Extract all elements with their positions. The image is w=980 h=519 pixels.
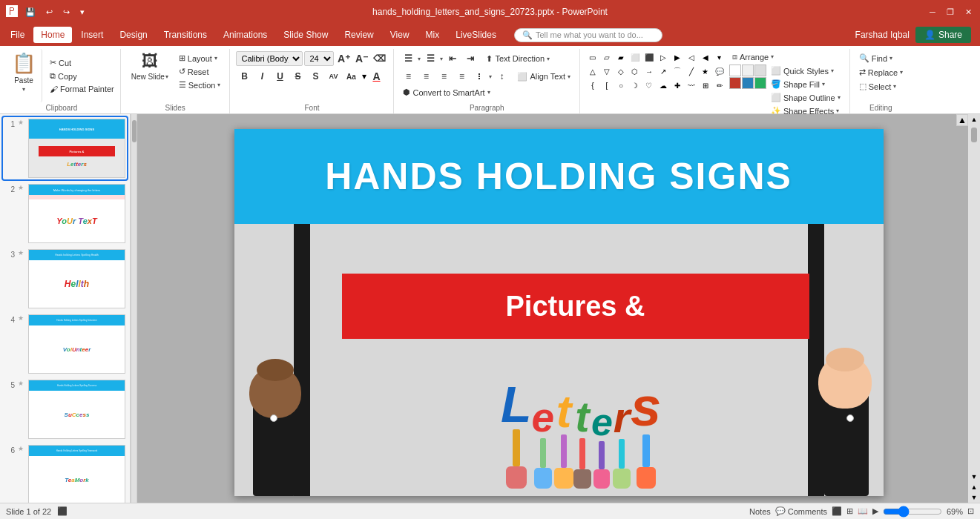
- shape-star[interactable]: ★: [699, 65, 712, 78]
- menu-review[interactable]: Review: [337, 27, 381, 43]
- shape-tri[interactable]: △: [586, 65, 599, 78]
- align-text-button[interactable]: ⬜ Align Text ▾: [514, 70, 573, 83]
- canvas-scroll-up2-btn[interactable]: ▲: [970, 482, 979, 492]
- quick-style-3[interactable]: [754, 65, 766, 76]
- font-size-select[interactable]: 24: [304, 51, 334, 66]
- quick-style-1[interactable]: [729, 65, 741, 76]
- shape-line[interactable]: ╱: [685, 65, 698, 78]
- shape-rect4[interactable]: ⬜: [628, 50, 642, 64]
- section-button[interactable]: ☰ Section ▾: [176, 79, 224, 91]
- quick-style-2[interactable]: [742, 65, 754, 76]
- menu-liveslides[interactable]: LiveSlides: [448, 27, 504, 43]
- quick-style-6[interactable]: [754, 77, 766, 89]
- menu-view[interactable]: View: [383, 27, 417, 43]
- char-spacing-button[interactable]: AV: [325, 68, 341, 85]
- shape-rect5[interactable]: ⬛: [642, 50, 656, 64]
- normal-view-button[interactable]: ⬛: [832, 506, 842, 516]
- shape-cloud[interactable]: ☁: [657, 79, 670, 92]
- qat-redo[interactable]: ↪: [60, 6, 73, 19]
- shape-rect7[interactable]: ▶: [671, 50, 684, 64]
- slide-thumbnail-6[interactable]: 6 ★ Hands Holding Letters Spelling Teamw…: [3, 443, 127, 503]
- change-case-button[interactable]: Aa: [343, 68, 359, 85]
- copy-button[interactable]: ⧉ Copy: [47, 70, 117, 82]
- shape-wave[interactable]: 〰: [685, 79, 698, 92]
- bullets-button[interactable]: ☰: [400, 50, 416, 67]
- layout-button[interactable]: ⊞ Layout ▾: [176, 52, 224, 65]
- shape-rect8[interactable]: ◁: [685, 50, 698, 64]
- zoom-slider[interactable]: [883, 507, 942, 516]
- qat-customize[interactable]: ▾: [77, 6, 88, 19]
- shape-rect[interactable]: ▭: [586, 50, 599, 64]
- canvas-scrollbar[interactable]: ▲ ▼ ▲ ▼: [968, 114, 980, 503]
- shape-arrow[interactable]: →: [642, 65, 656, 78]
- shape-outline-button[interactable]: ⬜ Shape Outline ▾: [768, 91, 843, 104]
- cut-button[interactable]: ✂ Cut: [47, 56, 117, 69]
- menu-home[interactable]: Home: [33, 27, 72, 43]
- qat-undo[interactable]: ↩: [43, 6, 56, 19]
- fit-button[interactable]: ⊡: [967, 506, 974, 516]
- shape-rect3[interactable]: ▰: [614, 50, 628, 64]
- replace-button[interactable]: ⇄ Replace ▾: [856, 66, 906, 79]
- menu-animations[interactable]: Animations: [216, 27, 274, 43]
- shape-more[interactable]: ▾: [713, 50, 726, 64]
- shape-bracket[interactable]: [: [600, 79, 614, 92]
- shape-brace[interactable]: {: [586, 79, 599, 92]
- font-family-select[interactable]: Calibri (Body): [236, 51, 303, 66]
- slide-thumbnail-5[interactable]: 5 ★ Hands Holding Letters Spelling Succe…: [3, 378, 127, 440]
- menu-transitions[interactable]: Transitions: [157, 27, 214, 43]
- shape-tri2[interactable]: ▽: [600, 65, 614, 78]
- shape-custom[interactable]: ⊞: [699, 79, 712, 92]
- new-slide-button[interactable]: 🖼 New Slide ▾: [127, 49, 173, 84]
- strikethrough-button[interactable]: S: [289, 68, 306, 85]
- quick-style-5[interactable]: [742, 77, 754, 89]
- slide-panel[interactable]: 1 ★ HANDS HOLDING SIGNS Pictures & Lette…: [0, 114, 131, 503]
- arrange-button[interactable]: ⧈ Arrange ▾: [729, 50, 843, 63]
- slide-thumbnail-4[interactable]: 4 ★ Hands Holding Letters Spelling Volun…: [3, 313, 127, 375]
- paste-dropdown-arrow[interactable]: ▾: [22, 86, 25, 93]
- slideshow-button[interactable]: ▶: [872, 506, 878, 516]
- menu-mix[interactable]: Mix: [418, 27, 447, 43]
- shape-oval[interactable]: ○: [614, 79, 628, 92]
- numbering-button[interactable]: ☰: [422, 50, 438, 67]
- format-painter-button[interactable]: 🖌 Format Painter: [47, 83, 117, 95]
- slide-thumbnail-2[interactable]: 2 ★ Make Words by changing the letters Y…: [3, 182, 127, 245]
- comments-button[interactable]: 💬 Comments: [775, 506, 827, 516]
- italic-button[interactable]: I: [254, 68, 270, 85]
- restore-button[interactable]: ❐: [944, 6, 956, 18]
- menu-slideshow[interactable]: Slide Show: [276, 27, 335, 43]
- align-right-button[interactable]: ≡: [435, 68, 452, 85]
- font-color-button[interactable]: A: [368, 68, 384, 85]
- slide-sorter-button[interactable]: ⊞: [846, 506, 853, 516]
- accessibility-icon[interactable]: ⬛: [57, 506, 68, 516]
- columns-button[interactable]: ⫶: [471, 68, 487, 85]
- shape-diamond[interactable]: ◇: [614, 65, 628, 78]
- text-direction-button[interactable]: ⬆ Text Direction ▾: [483, 53, 553, 65]
- tell-me-box[interactable]: 🔍 Tell me what you want to do...: [514, 28, 662, 42]
- menu-design[interactable]: Design: [112, 27, 154, 43]
- reading-view-button[interactable]: 📖: [858, 506, 868, 516]
- canvas-area[interactable]: ▲ HANDS HOLDING SIGNS: [137, 114, 980, 503]
- qat-save[interactable]: 💾: [22, 6, 39, 19]
- slide-thumbnail-1[interactable]: 1 ★ HANDS HOLDING SIGNS Pictures & Lette…: [3, 117, 127, 179]
- find-button[interactable]: 🔍 Find ▾: [856, 52, 906, 65]
- reset-button[interactable]: ↺ Reset: [176, 65, 224, 78]
- align-left-button[interactable]: ≡: [400, 68, 416, 85]
- shape-heart[interactable]: ♡: [642, 79, 656, 92]
- bold-button[interactable]: B: [236, 68, 252, 85]
- new-slide-arrow[interactable]: ▾: [165, 73, 168, 80]
- shape-callout[interactable]: 💬: [713, 65, 726, 78]
- increase-indent-button[interactable]: ⇥: [462, 50, 479, 67]
- shape-moon[interactable]: ☽: [628, 79, 642, 92]
- quick-style-4[interactable]: [729, 77, 741, 89]
- increase-font-button[interactable]: A⁺: [335, 50, 352, 67]
- shape-hex[interactable]: ⬡: [628, 65, 642, 78]
- decrease-indent-button[interactable]: ⇤: [444, 50, 461, 67]
- canvas-scroll-down-btn[interactable]: ▼: [970, 472, 979, 482]
- paste-button[interactable]: 📋 Paste ▾: [6, 49, 42, 102]
- menu-file[interactable]: File: [3, 27, 32, 43]
- menu-insert[interactable]: Insert: [73, 27, 111, 43]
- clear-format-button[interactable]: ⌫: [371, 50, 387, 67]
- shape-cross[interactable]: ✚: [671, 79, 684, 92]
- minimize-button[interactable]: ─: [927, 6, 938, 18]
- notes-button[interactable]: Notes: [749, 507, 771, 516]
